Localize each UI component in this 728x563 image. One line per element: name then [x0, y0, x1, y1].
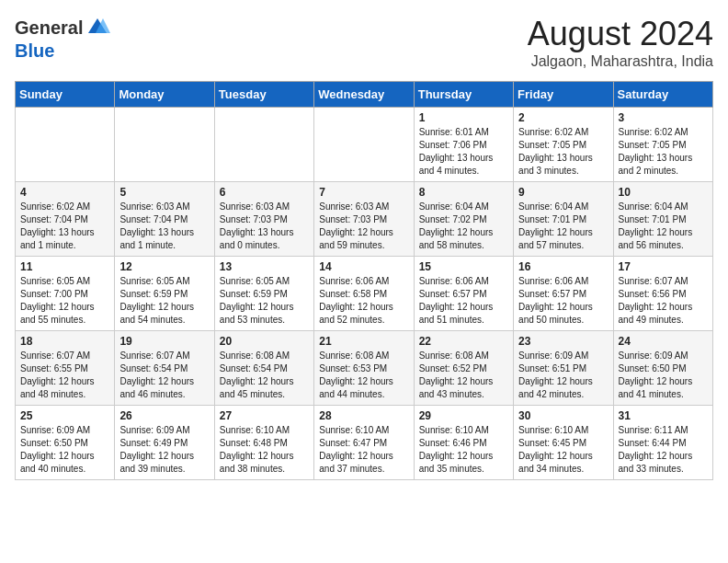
calendar-week-row: 1Sunrise: 6:01 AMSunset: 7:06 PMDaylight… — [16, 108, 713, 182]
day-info: Sunrise: 6:06 AMSunset: 6:57 PMDaylight:… — [419, 275, 508, 327]
day-info: Sunrise: 6:04 AMSunset: 7:02 PMDaylight:… — [419, 201, 508, 252]
day-info: Sunrise: 6:02 AMSunset: 7:04 PMDaylight:… — [20, 201, 109, 252]
day-info: Sunrise: 6:01 AMSunset: 7:06 PMDaylight:… — [419, 126, 508, 178]
calendar-cell: 17Sunrise: 6:07 AMSunset: 6:56 PMDayligh… — [613, 257, 712, 331]
calendar-cell: 16Sunrise: 6:06 AMSunset: 6:57 PMDayligh… — [514, 257, 613, 331]
calendar-cell: 26Sunrise: 6:09 AMSunset: 6:49 PMDayligh… — [115, 406, 214, 480]
day-info: Sunrise: 6:06 AMSunset: 6:58 PMDaylight:… — [319, 275, 408, 327]
calendar-cell: 2Sunrise: 6:02 AMSunset: 7:05 PMDaylight… — [514, 108, 613, 182]
day-info: Sunrise: 6:10 AMSunset: 6:48 PMDaylight:… — [220, 424, 309, 476]
page-header: General Blue August 2024 Jalgaon, Mahara… — [15, 15, 713, 70]
day-info: Sunrise: 6:05 AMSunset: 6:59 PMDaylight:… — [119, 275, 209, 327]
calendar-cell: 18Sunrise: 6:07 AMSunset: 6:55 PMDayligh… — [16, 331, 115, 406]
day-info: Sunrise: 6:08 AMSunset: 6:53 PMDaylight:… — [319, 350, 408, 401]
day-info: Sunrise: 6:10 AMSunset: 6:45 PMDaylight:… — [518, 424, 608, 476]
day-info: Sunrise: 6:09 AMSunset: 6:51 PMDaylight:… — [518, 350, 608, 401]
day-number: 30 — [518, 409, 608, 422]
day-number: 26 — [119, 409, 209, 422]
calendar-cell: 22Sunrise: 6:08 AMSunset: 6:52 PMDayligh… — [414, 331, 513, 406]
day-number: 14 — [319, 260, 408, 273]
calendar-cell — [16, 108, 115, 182]
day-number: 9 — [518, 186, 608, 199]
calendar-cell: 30Sunrise: 6:10 AMSunset: 6:45 PMDayligh… — [514, 406, 613, 480]
day-info: Sunrise: 6:09 AMSunset: 6:49 PMDaylight:… — [119, 424, 209, 476]
logo: General Blue — [15, 15, 110, 62]
day-info: Sunrise: 6:10 AMSunset: 6:47 PMDaylight:… — [319, 424, 408, 476]
weekday-header-tuesday: Tuesday — [214, 82, 313, 108]
day-number: 11 — [20, 260, 109, 273]
calendar-week-row: 25Sunrise: 6:09 AMSunset: 6:50 PMDayligh… — [16, 406, 713, 480]
calendar-table: SundayMondayTuesdayWednesdayThursdayFrid… — [15, 81, 713, 480]
day-number: 8 — [419, 186, 508, 199]
day-info: Sunrise: 6:08 AMSunset: 6:54 PMDaylight:… — [220, 350, 309, 401]
calendar-cell: 4Sunrise: 6:02 AMSunset: 7:04 PMDaylight… — [16, 182, 115, 257]
day-number: 12 — [119, 260, 209, 273]
day-number: 18 — [20, 335, 109, 348]
calendar-cell: 15Sunrise: 6:06 AMSunset: 6:57 PMDayligh… — [414, 257, 513, 331]
weekday-header-monday: Monday — [115, 82, 214, 108]
weekday-header-thursday: Thursday — [414, 82, 513, 108]
calendar-week-row: 4Sunrise: 6:02 AMSunset: 7:04 PMDaylight… — [16, 182, 713, 257]
day-info: Sunrise: 6:07 AMSunset: 6:55 PMDaylight:… — [20, 350, 109, 401]
day-number: 22 — [419, 335, 508, 348]
calendar-cell: 13Sunrise: 6:05 AMSunset: 6:59 PMDayligh… — [214, 257, 313, 331]
day-info: Sunrise: 6:05 AMSunset: 7:00 PMDaylight:… — [20, 275, 109, 327]
calendar-cell: 7Sunrise: 6:03 AMSunset: 7:03 PMDaylight… — [314, 182, 414, 257]
calendar-cell: 28Sunrise: 6:10 AMSunset: 6:47 PMDayligh… — [314, 406, 414, 480]
day-info: Sunrise: 6:06 AMSunset: 6:57 PMDaylight:… — [518, 275, 608, 327]
day-info: Sunrise: 6:02 AMSunset: 7:05 PMDaylight:… — [619, 126, 708, 178]
calendar-cell: 6Sunrise: 6:03 AMSunset: 7:03 PMDaylight… — [214, 182, 313, 257]
calendar-cell: 5Sunrise: 6:03 AMSunset: 7:04 PMDaylight… — [115, 182, 214, 257]
day-info: Sunrise: 6:09 AMSunset: 6:50 PMDaylight:… — [619, 350, 708, 401]
calendar-cell: 19Sunrise: 6:07 AMSunset: 6:54 PMDayligh… — [115, 331, 214, 406]
day-number: 28 — [319, 409, 408, 422]
weekday-header-row: SundayMondayTuesdayWednesdayThursdayFrid… — [16, 82, 713, 108]
day-info: Sunrise: 6:03 AMSunset: 7:03 PMDaylight:… — [319, 201, 408, 252]
calendar-cell — [214, 108, 313, 182]
calendar-cell: 12Sunrise: 6:05 AMSunset: 6:59 PMDayligh… — [115, 257, 214, 331]
location-subtitle: Jalgaon, Maharashtra, India — [528, 53, 713, 70]
day-number: 23 — [518, 335, 608, 348]
calendar-cell: 10Sunrise: 6:04 AMSunset: 7:01 PMDayligh… — [613, 182, 712, 257]
day-number: 7 — [319, 186, 408, 199]
day-number: 1 — [419, 111, 508, 124]
day-number: 19 — [119, 335, 209, 348]
day-info: Sunrise: 6:04 AMSunset: 7:01 PMDaylight:… — [518, 201, 608, 252]
day-info: Sunrise: 6:07 AMSunset: 6:54 PMDaylight:… — [119, 350, 209, 401]
weekday-header-saturday: Saturday — [613, 82, 712, 108]
logo-general-text: General — [15, 17, 83, 39]
day-number: 17 — [619, 260, 708, 273]
calendar-cell — [314, 108, 414, 182]
day-number: 10 — [619, 186, 708, 199]
day-info: Sunrise: 6:04 AMSunset: 7:01 PMDaylight:… — [619, 201, 708, 252]
day-number: 21 — [319, 335, 408, 348]
calendar-cell: 1Sunrise: 6:01 AMSunset: 7:06 PMDaylight… — [414, 108, 513, 182]
calendar-cell: 27Sunrise: 6:10 AMSunset: 6:48 PMDayligh… — [214, 406, 313, 480]
day-number: 6 — [220, 186, 309, 199]
day-number: 29 — [419, 409, 508, 422]
day-number: 24 — [619, 335, 708, 348]
day-number: 3 — [619, 111, 708, 124]
logo-blue-text: Blue — [15, 40, 54, 62]
day-number: 15 — [419, 260, 508, 273]
logo-icon — [85, 15, 110, 40]
day-number: 13 — [220, 260, 309, 273]
calendar-week-row: 11Sunrise: 6:05 AMSunset: 7:00 PMDayligh… — [16, 257, 713, 331]
day-number: 16 — [518, 260, 608, 273]
calendar-week-row: 18Sunrise: 6:07 AMSunset: 6:55 PMDayligh… — [16, 331, 713, 406]
calendar-cell: 25Sunrise: 6:09 AMSunset: 6:50 PMDayligh… — [16, 406, 115, 480]
calendar-cell: 14Sunrise: 6:06 AMSunset: 6:58 PMDayligh… — [314, 257, 414, 331]
day-info: Sunrise: 6:03 AMSunset: 7:04 PMDaylight:… — [119, 201, 209, 252]
calendar-cell: 21Sunrise: 6:08 AMSunset: 6:53 PMDayligh… — [314, 331, 414, 406]
day-info: Sunrise: 6:03 AMSunset: 7:03 PMDaylight:… — [220, 201, 309, 252]
calendar-cell: 9Sunrise: 6:04 AMSunset: 7:01 PMDaylight… — [514, 182, 613, 257]
day-info: Sunrise: 6:10 AMSunset: 6:46 PMDaylight:… — [419, 424, 508, 476]
day-info: Sunrise: 6:09 AMSunset: 6:50 PMDaylight:… — [20, 424, 109, 476]
day-number: 27 — [220, 409, 309, 422]
calendar-cell: 24Sunrise: 6:09 AMSunset: 6:50 PMDayligh… — [613, 331, 712, 406]
calendar-cell: 3Sunrise: 6:02 AMSunset: 7:05 PMDaylight… — [613, 108, 712, 182]
calendar-cell: 20Sunrise: 6:08 AMSunset: 6:54 PMDayligh… — [214, 331, 313, 406]
calendar-cell: 8Sunrise: 6:04 AMSunset: 7:02 PMDaylight… — [414, 182, 513, 257]
day-info: Sunrise: 6:05 AMSunset: 6:59 PMDaylight:… — [220, 275, 309, 327]
calendar-cell: 29Sunrise: 6:10 AMSunset: 6:46 PMDayligh… — [414, 406, 513, 480]
